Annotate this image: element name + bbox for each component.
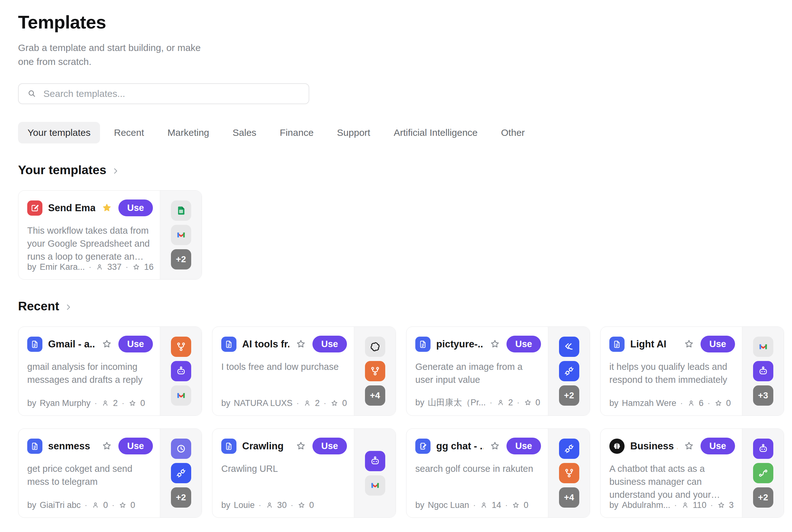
template-card[interactable]: Gmail - a...Usegmail analysis for incomi…	[18, 326, 202, 416]
card-description: Generate an image from a user input valu…	[415, 360, 541, 386]
card-description: A chatbot that acts as a business manage…	[610, 462, 735, 501]
users-count: 2	[508, 398, 513, 407]
favorite-star-button[interactable]	[101, 202, 113, 214]
tab-sales[interactable]: Sales	[223, 122, 266, 144]
plug-icon	[559, 439, 579, 459]
overflow-badge: +2	[559, 385, 579, 406]
template-card[interactable]: Light AIUseit helps you qualify leads an…	[600, 326, 784, 416]
card-byline: byAbdulrahm...·110·3	[610, 500, 737, 510]
byline-by: by	[415, 500, 424, 510]
users-count: 0	[103, 500, 108, 510]
author-name: Louie	[234, 500, 255, 510]
tab-your-templates[interactable]: Your templates	[18, 122, 100, 144]
stars-count: 0	[131, 500, 135, 510]
card-title-row: Gmail - a...Use	[27, 336, 153, 353]
card-main: Send Ema...UseThis workflow takes data f…	[18, 191, 160, 279]
favorite-star-button[interactable]	[683, 338, 695, 350]
use-button[interactable]: Use	[118, 336, 153, 353]
template-card[interactable]: Send Ema...UseThis workflow takes data f…	[18, 190, 202, 280]
use-button[interactable]: Use	[700, 336, 735, 353]
card-description: This workflow takes data from your Googl…	[27, 224, 153, 263]
template-card[interactable]: Business ...UseA chatbot that acts as a …	[600, 429, 784, 518]
overflow-badge: +2	[753, 487, 773, 508]
integration-icons-strip: +4	[354, 327, 396, 416]
favorite-star-button[interactable]	[683, 440, 695, 452]
section-heading-row[interactable]: Recent	[18, 299, 73, 313]
card-description: gmail analysis for incoming messages and…	[27, 360, 153, 386]
person-icon	[303, 399, 311, 407]
favorite-star-button[interactable]	[295, 338, 307, 350]
card-main: pictyure-...UseGenerate an image from a …	[406, 327, 548, 416]
tab-recent[interactable]: Recent	[104, 122, 154, 144]
separator-dot: ·	[710, 500, 713, 510]
byline-by: by	[27, 262, 36, 272]
author-name: Ngoc Luan	[428, 500, 469, 510]
search-icon	[27, 89, 37, 99]
card-byline: byRyan Murphy·2·0	[27, 398, 155, 408]
use-button[interactable]: Use	[312, 336, 347, 353]
overflow-badge: +2	[171, 487, 191, 508]
separator-dot: ·	[125, 262, 128, 272]
template-card[interactable]: AI tools fr...UseI tools free and low pu…	[212, 326, 396, 416]
chevron-right-icon	[112, 167, 120, 175]
card-main: Light AIUseit helps you qualify leads an…	[600, 327, 742, 416]
search-input[interactable]	[43, 88, 301, 99]
author-name: Ryan Murphy	[40, 398, 91, 408]
gmail-icon	[171, 385, 191, 406]
use-button[interactable]: Use	[312, 438, 347, 454]
card-title: Gmail - a...	[48, 339, 95, 350]
card-main: AI tools fr...UseI tools free and low pu…	[212, 327, 354, 416]
stars-count: 3	[729, 500, 734, 510]
person-icon	[95, 263, 104, 271]
tab-finance[interactable]: Finance	[270, 122, 323, 144]
use-button[interactable]: Use	[118, 438, 153, 454]
tab-support[interactable]: Support	[328, 122, 380, 144]
card-byline: byEmir Kara...·337·16	[27, 262, 155, 272]
stars-count: 0	[536, 398, 540, 407]
use-button[interactable]: Use	[506, 438, 541, 454]
favorite-star-button[interactable]	[489, 338, 501, 350]
search-box[interactable]	[18, 83, 309, 104]
use-button[interactable]: Use	[118, 200, 153, 216]
template-card[interactable]: senmessUseget price cokget and send mess…	[18, 429, 202, 518]
star-outline-icon	[524, 398, 532, 407]
person-icon	[265, 501, 274, 510]
gmail-icon	[365, 475, 385, 496]
separator-dot: ·	[121, 398, 124, 408]
template-card[interactable]: pictyure-...UseGenerate an image from a …	[406, 326, 590, 416]
template-card[interactable]: gg chat - ...Usesearch golf course in ra…	[406, 429, 590, 518]
tab-other[interactable]: Other	[491, 122, 534, 144]
person-icon	[101, 399, 110, 407]
card-title: Send Ema...	[48, 202, 95, 214]
tab-artificial-intelligence[interactable]: Artificial Intelligence	[384, 122, 487, 144]
page-subtitle: Grab a template and start building, or m…	[18, 41, 206, 69]
use-button[interactable]: Use	[700, 438, 735, 454]
card-title: senmess	[48, 440, 95, 452]
separator-dot: ·	[94, 398, 97, 408]
star-outline-icon	[128, 399, 137, 407]
byline-by: by	[27, 500, 36, 510]
separator-dot: ·	[296, 398, 299, 408]
template-card[interactable]: CrawlingUseCrawling URLbyLouie·30·0	[212, 429, 396, 518]
use-button[interactable]: Use	[506, 336, 541, 353]
robot-icon	[365, 451, 385, 471]
separator-dot: ·	[490, 398, 492, 407]
favorite-star-button[interactable]	[489, 440, 501, 452]
favorite-star-button[interactable]	[101, 338, 113, 350]
favorite-star-button[interactable]	[101, 440, 113, 452]
author-name: GiaiTri abc	[40, 500, 81, 510]
clock-icon	[171, 439, 191, 459]
section-heading: Your templates	[18, 163, 107, 177]
card-row: Gmail - a...Usegmail analysis for incomi…	[18, 326, 792, 518]
template-sections: Your templatesSend Ema...UseThis workflo…	[18, 163, 792, 518]
stars-count: 0	[524, 500, 528, 510]
section-recent: RecentGmail - a...Usegmail analysis for …	[18, 299, 792, 518]
section-heading: Recent	[18, 299, 59, 313]
person-icon	[681, 501, 690, 510]
separator-dot: ·	[708, 398, 710, 408]
byline-by: by	[221, 500, 230, 510]
robot-icon	[753, 439, 773, 459]
tab-marketing[interactable]: Marketing	[158, 122, 219, 144]
section-heading-row[interactable]: Your templates	[18, 163, 120, 177]
favorite-star-button[interactable]	[295, 440, 307, 452]
